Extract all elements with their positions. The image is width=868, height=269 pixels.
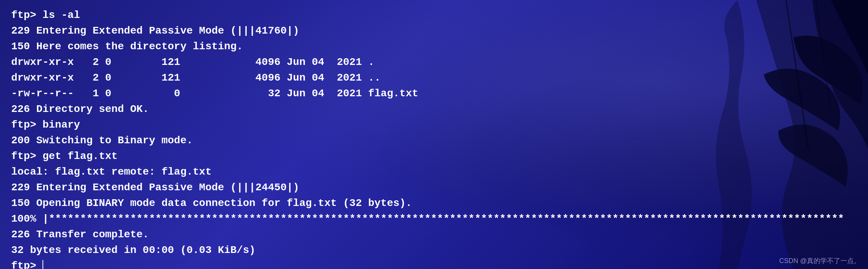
terminal-line-10: ftp> get flag.txt xyxy=(11,148,857,164)
terminal-line-5: drwxr-xr-x 2 0 121 4096 Jun 04 2021 .. xyxy=(11,70,857,86)
terminal-line-7: 226 Directory send OK. xyxy=(11,101,857,117)
terminal-line-17: ftp> ​ xyxy=(11,258,857,269)
terminal-line-2: 229 Entering Extended Passive Mode (|||4… xyxy=(11,23,857,39)
terminal-line-12: 229 Entering Extended Passive Mode (|||2… xyxy=(11,180,857,196)
terminal-line-8: ftp> binary xyxy=(11,117,857,133)
watermark-text: CSDN @真的学不了一点。 xyxy=(779,256,861,265)
terminal-line-11: local: flag.txt remote: flag.txt xyxy=(11,164,857,180)
terminal-line-15: 226 Transfer complete. xyxy=(11,227,857,243)
terminal-line-16: 32 bytes received in 00:00 (0.03 KiB/s) xyxy=(11,243,857,258)
terminal-line-3: 150 Here comes the directory listing. xyxy=(11,39,857,54)
terminal-window: ftp> ls -al 229 Entering Extended Passiv… xyxy=(0,0,868,269)
terminal-line-1: ftp> ls -al xyxy=(11,7,857,23)
terminal-line-9: 200 Switching to Binary mode. xyxy=(11,133,857,148)
terminal-line-14: 100% |**********************************… xyxy=(11,211,857,227)
terminal-line-4: drwxr-xr-x 2 0 121 4096 Jun 04 2021 . xyxy=(11,54,857,70)
terminal-line-13: 150 Opening BINARY mode data connection … xyxy=(11,196,857,211)
terminal-line-6: -rw-r--r-- 1 0 0 32 Jun 04 2021 flag.txt xyxy=(11,86,857,101)
